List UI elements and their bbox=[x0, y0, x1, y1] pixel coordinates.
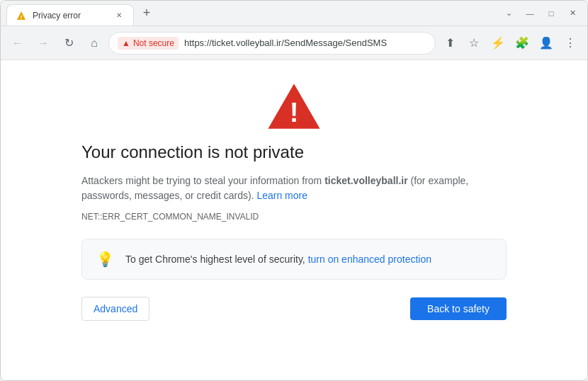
refresh-button[interactable]: ↻ bbox=[57, 32, 80, 55]
browser-window: ! Privacy error ✕ + ⌄ — □ ✕ ← → ↻ ⌂ ▲ No… bbox=[0, 0, 588, 381]
window-controls: ⌄ — □ ✕ bbox=[499, 1, 587, 25]
profile-button[interactable]: 👤 bbox=[535, 32, 558, 55]
forward-button[interactable]: → bbox=[32, 32, 55, 55]
error-title: Your connection is not private bbox=[81, 142, 304, 162]
security-tip-text: To get Chrome's highest level of securit… bbox=[125, 254, 431, 265]
home-button[interactable]: ⌂ bbox=[83, 32, 106, 55]
description-start: Attackers might be trying to steal your … bbox=[81, 175, 324, 186]
error-container: ! Your connection is not private Attacke… bbox=[81, 81, 507, 321]
error-code: NET::ERR_CERT_COMMON_NAME_INVALID bbox=[81, 212, 259, 222]
error-description: Attackers might be trying to steal your … bbox=[81, 174, 507, 203]
back-button[interactable]: ← bbox=[6, 32, 29, 55]
new-tab-button[interactable]: + bbox=[137, 4, 157, 23]
tab-strip: ! Privacy error ✕ + bbox=[1, 1, 499, 25]
highlighted-domain: ticket.volleyball.ir bbox=[324, 175, 408, 186]
security-label: Not secure bbox=[133, 38, 174, 48]
svg-text:!: ! bbox=[290, 97, 299, 127]
back-to-safety-button[interactable]: Back to safety bbox=[410, 297, 507, 320]
warning-icon: ▲ bbox=[122, 38, 130, 48]
toolbar: ← → ↻ ⌂ ▲ Not secure https://ticket.voll… bbox=[1, 26, 587, 60]
tab-close-button[interactable]: ✕ bbox=[113, 10, 125, 21]
bookmark-button[interactable]: ☆ bbox=[463, 32, 485, 55]
toolbar-actions: ⬆ ☆ ⚡ 🧩 👤 ⋮ bbox=[439, 32, 582, 55]
tab-favicon: ! bbox=[16, 10, 27, 21]
title-bar: ! Privacy error ✕ + ⌄ — □ ✕ bbox=[1, 1, 587, 26]
share-button[interactable]: ⬆ bbox=[439, 32, 461, 55]
tab-title: Privacy error bbox=[33, 11, 108, 21]
enhanced-protection-link[interactable]: turn on enhanced protection bbox=[308, 254, 431, 265]
button-row: Advanced Back to safety bbox=[81, 297, 507, 321]
warning-triangle-icon: ! bbox=[266, 81, 322, 131]
security-tip-prefix: To get Chrome's highest level of securit… bbox=[125, 254, 308, 265]
menu-button[interactable]: ⋮ bbox=[559, 32, 582, 55]
minimize-button2[interactable]: — bbox=[521, 4, 539, 23]
minimize-button[interactable]: ⌄ bbox=[499, 4, 518, 23]
address-bar[interactable]: ▲ Not secure https://ticket.volleyball.i… bbox=[108, 32, 436, 55]
active-tab[interactable]: ! Privacy error ✕ bbox=[6, 4, 134, 25]
extensions-button[interactable]: 🧩 bbox=[511, 32, 533, 55]
page-content: ! Your connection is not private Attacke… bbox=[1, 60, 587, 380]
security-tip-box: 💡 To get Chrome's highest level of secur… bbox=[81, 239, 507, 280]
svg-text:!: ! bbox=[21, 14, 23, 21]
close-button[interactable]: ✕ bbox=[563, 4, 582, 23]
memory-saver-button[interactable]: ⚡ bbox=[487, 32, 509, 55]
advanced-button[interactable]: Advanced bbox=[81, 297, 149, 321]
url-display: https://ticket.volleyball.ir/SendMessage… bbox=[184, 38, 426, 48]
learn-more-link[interactable]: Learn more bbox=[256, 190, 307, 201]
security-badge: ▲ Not secure bbox=[118, 37, 179, 50]
lightbulb-icon: 💡 bbox=[96, 251, 114, 268]
maximize-button[interactable]: □ bbox=[542, 4, 560, 23]
